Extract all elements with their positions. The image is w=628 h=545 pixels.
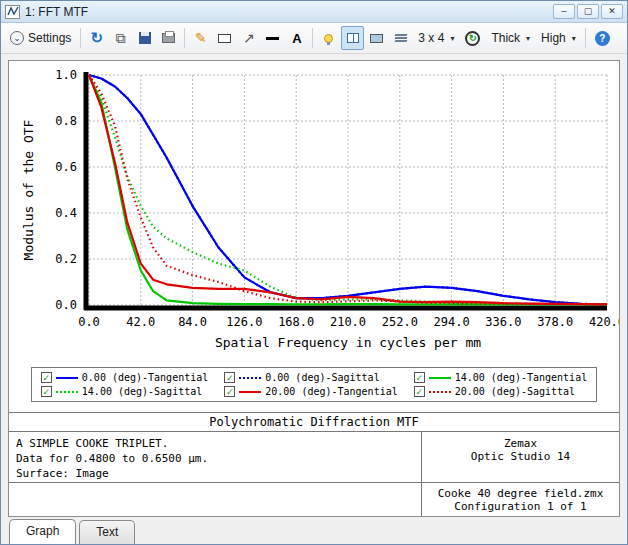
legend-line-sample	[56, 391, 78, 393]
quality-dropdown[interactable]: High ▾	[536, 26, 581, 50]
refresh-icon: ↻	[91, 29, 104, 47]
tab-bar: Graph Text	[1, 518, 627, 544]
svg-text:378.0: 378.0	[537, 315, 573, 329]
legend-checkbox[interactable]: ✓	[41, 386, 52, 397]
arrow-tool-button[interactable]: ↗	[237, 26, 260, 50]
toolbar-separator	[312, 28, 313, 48]
layers-button[interactable]	[389, 26, 412, 50]
help-button[interactable]: ?	[590, 26, 615, 50]
brand-product: Optic Studio 14	[422, 450, 619, 463]
chevron-down-icon: ▾	[572, 34, 576, 43]
configuration-label: Configuration 1 of 1	[422, 500, 619, 513]
empty-cell	[9, 482, 421, 517]
legend-item: ✓14.00 (deg)-Sagittal	[41, 386, 208, 397]
arrow-line-icon: ↗	[243, 30, 255, 46]
lamp-button[interactable]	[317, 26, 340, 50]
toolbar-separator	[80, 28, 81, 48]
maximize-button[interactable]: ▢	[577, 4, 599, 19]
printer-icon	[162, 33, 175, 43]
legend-line-sample	[56, 377, 78, 379]
toolbar-separator	[585, 28, 586, 48]
svg-text:210.0: 210.0	[330, 315, 366, 329]
save-button[interactable]	[133, 26, 156, 50]
refresh-button[interactable]: ↻	[85, 26, 108, 50]
svg-text:42.0: 42.0	[126, 315, 155, 329]
lens-file-name: Cooke 40 degree field.zmx	[422, 487, 619, 500]
quality-label: High	[541, 31, 566, 45]
svg-text:126.0: 126.0	[226, 315, 262, 329]
legend-label: 0.00 (deg)-Sagittal	[265, 372, 379, 383]
legend-item: ✓14.00 (deg)-Tangential	[414, 372, 587, 383]
thickness-label: Thick	[491, 31, 520, 45]
copy-button[interactable]: ⧉	[109, 26, 132, 50]
screen-button[interactable]	[365, 26, 388, 50]
close-button[interactable]: ✕	[601, 4, 623, 19]
legend-checkbox[interactable]: ✓	[41, 372, 52, 383]
legend-checkbox[interactable]: ✓	[224, 372, 235, 383]
copy-icon: ⧉	[116, 30, 126, 47]
svg-text:252.0: 252.0	[382, 315, 418, 329]
record-button[interactable]: ↻	[460, 26, 485, 50]
line-tool-button[interactable]: ✎	[189, 26, 212, 50]
legend-item: ✓20.00 (deg)-Sagittal	[414, 386, 587, 397]
svg-text:294.0: 294.0	[434, 315, 470, 329]
legend-item: ✓0.00 (deg)-Sagittal	[224, 372, 397, 383]
svg-text:420.0: 420.0	[589, 315, 619, 329]
help-icon: ?	[595, 31, 610, 46]
window-icon	[5, 5, 20, 19]
legend-line-sample	[429, 377, 451, 379]
tab-text[interactable]: Text	[79, 520, 135, 544]
rectangle-icon	[218, 34, 231, 43]
svg-text:Modulus of the OTF: Modulus of the OTF	[21, 119, 36, 260]
lamp-icon	[324, 34, 333, 43]
graph-panel: 0.042.084.0126.0168.0210.0252.0294.0336.…	[8, 60, 620, 517]
legend-item: ✓0.00 (deg)-Tangential	[41, 372, 208, 383]
window-controls: – ▢ ✕	[553, 4, 623, 19]
svg-text:0.8: 0.8	[55, 114, 77, 128]
grid-size-dropdown[interactable]: 3 x 4 ▾	[413, 26, 459, 50]
minimize-button[interactable]: –	[553, 4, 575, 19]
info-table: A SIMPLE COOKE TRIPLET.Data for 0.4800 t…	[9, 432, 619, 517]
chevron-down-icon: ▾	[450, 34, 454, 43]
svg-text:0.0: 0.0	[78, 315, 100, 329]
svg-text:0.4: 0.4	[55, 206, 77, 220]
print-button[interactable]	[157, 26, 180, 50]
thickness-dropdown[interactable]: Thick ▾	[486, 26, 535, 50]
svg-text:168.0: 168.0	[278, 315, 314, 329]
toolbar-separator	[184, 28, 185, 48]
legend-line-sample	[429, 391, 451, 393]
pencil-icon: ✎	[195, 30, 207, 46]
chevron-down-icon: ⌄	[10, 31, 24, 45]
lens-note-line: Data for 0.4800 to 0.6500 µm.	[16, 451, 414, 466]
legend-checkbox[interactable]: ✓	[224, 386, 235, 397]
save-icon	[139, 32, 151, 44]
thick-line-tool-button[interactable]	[261, 26, 284, 50]
svg-text:336.0: 336.0	[485, 315, 521, 329]
layers-icon	[395, 34, 407, 42]
toolbar: ⌄ Settings ↻ ⧉ ✎ ↗ A 3 x 4 ▾ ↻ Thick ▾ H…	[1, 23, 627, 54]
svg-text:0.6: 0.6	[55, 160, 77, 174]
svg-text:0.2: 0.2	[55, 252, 77, 266]
text-tool-button[interactable]: A	[285, 26, 308, 50]
legend-checkbox[interactable]: ✓	[414, 372, 425, 383]
settings-label: Settings	[28, 31, 71, 45]
fft-mtf-window: 1: FFT MTF – ▢ ✕ ⌄ Settings ↻ ⧉ ✎ ↗ A 3 …	[0, 0, 628, 545]
file-cell: Cooke 40 degree field.zmx Configuration …	[421, 482, 619, 517]
rectangle-tool-button[interactable]	[213, 26, 236, 50]
legend-label: 0.00 (deg)-Tangential	[82, 372, 208, 383]
legend-label: 14.00 (deg)-Tangential	[455, 372, 587, 383]
settings-button[interactable]: ⌄ Settings	[5, 26, 76, 50]
chart-title: Polychromatic Diffraction MTF	[9, 412, 619, 432]
lens-note-line: Surface: Image	[16, 466, 414, 481]
legend-line-sample	[239, 377, 261, 379]
legend: ✓0.00 (deg)-Tangential✓0.00 (deg)-Sagitt…	[31, 367, 597, 402]
grid-size-label: 3 x 4	[418, 31, 444, 45]
tab-graph[interactable]: Graph	[9, 519, 76, 544]
legend-label: 20.00 (deg)-Sagittal	[455, 386, 575, 397]
legend-line-sample	[239, 391, 261, 393]
title-bar[interactable]: 1: FFT MTF – ▢ ✕	[1, 1, 627, 23]
legend-label: 14.00 (deg)-Sagittal	[82, 386, 202, 397]
mtf-plot: 0.042.084.0126.0168.0210.0252.0294.0336.…	[9, 61, 619, 357]
legend-checkbox[interactable]: ✓	[414, 386, 425, 397]
aspect-ratio-button[interactable]	[341, 26, 364, 50]
